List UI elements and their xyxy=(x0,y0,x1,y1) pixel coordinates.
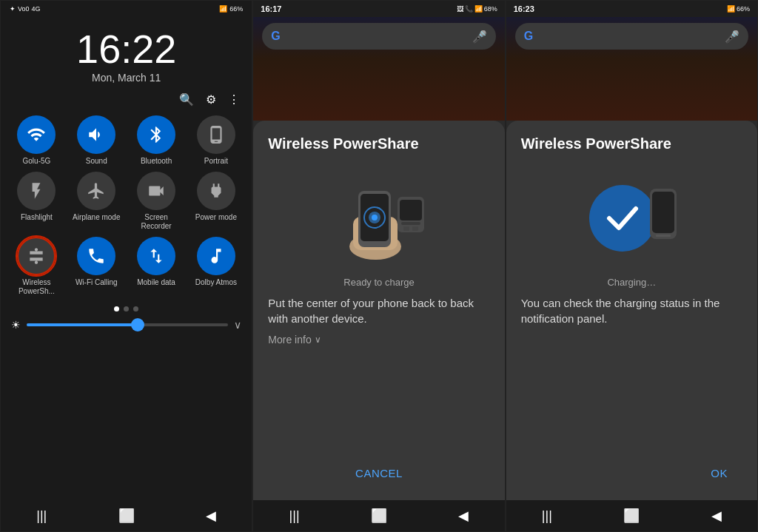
wireless-ps-tile-icon xyxy=(17,237,56,275)
screen-recorder-tile-icon xyxy=(137,172,175,210)
dialog3-nav-bar: ||| ⬜ ◀ xyxy=(506,500,757,531)
dialog3-battery: 66% xyxy=(737,5,750,13)
quick-settings-grid: Golu-5G Sound Bluetooth Portrait xyxy=(1,112,252,299)
power-mode-tile-icon xyxy=(197,172,235,210)
cancel-button[interactable]: Cancel xyxy=(341,461,417,485)
dialog3-status-label: Charging… xyxy=(521,277,742,288)
wireless-ps-charging-panel: 16:23 📶 66% G 🎤 Wireless PowerShare xyxy=(506,0,758,532)
qs-tile-power-mode[interactable]: Power mode xyxy=(189,172,243,231)
qs-tile-bluetooth[interactable]: Bluetooth xyxy=(130,115,184,166)
brightness-thumb xyxy=(131,318,144,331)
voice-search-icon-3[interactable]: 🎤 xyxy=(725,30,739,44)
svg-rect-10 xyxy=(403,226,409,231)
bluetooth-tile-icon xyxy=(137,115,175,154)
dialog2-wifi-icon: 📶 xyxy=(474,5,483,13)
charging-svg xyxy=(580,178,683,259)
battery-text: 66% xyxy=(229,5,243,13)
quick-settings-panel: ✦ Vo0 4G 📶 66% 16:22 Mon, March 11 🔍 ⚙ ⋮… xyxy=(0,0,252,532)
dialog2-battery: 68% xyxy=(484,5,497,13)
dot-1[interactable] xyxy=(114,306,119,312)
wireless-ps-ready-panel: 16:17 🖼 📞 📶 68% G 🎤 Wireless PowerShare xyxy=(252,0,505,532)
svg-rect-8 xyxy=(400,200,422,220)
qs-tile-flashlight[interactable]: Flashlight xyxy=(10,172,64,231)
more-options-icon[interactable]: ⋮ xyxy=(228,92,240,107)
background-app: G 🎤 xyxy=(253,17,504,121)
settings-icon[interactable]: ⚙ xyxy=(206,92,216,107)
dolby-tile-label: Dolby Atmos xyxy=(195,278,237,287)
svg-point-6 xyxy=(372,215,378,220)
recent-apps-button[interactable]: ||| xyxy=(36,508,47,524)
back-button[interactable]: ◀ xyxy=(206,508,216,524)
ok-button[interactable]: OK xyxy=(696,461,742,485)
power-mode-tile-label: Power mode xyxy=(195,213,237,222)
dialog3-status-icons: 📶 66% xyxy=(727,5,750,13)
dialog2-status-icons: 🖼 📞 📶 68% xyxy=(457,5,497,13)
brightness-expand-icon[interactable]: ∨ xyxy=(234,319,241,331)
dot-3[interactable] xyxy=(133,306,138,312)
dialog2-status-bar: 16:17 🖼 📞 📶 68% xyxy=(253,1,504,17)
google-search-bar[interactable]: G 🎤 xyxy=(262,23,495,50)
qs-tile-sound[interactable]: Sound xyxy=(70,115,124,166)
voice-search-icon[interactable]: 🎤 xyxy=(472,30,487,44)
qs-tile-wifi[interactable]: Golu-5G xyxy=(10,115,64,166)
qs-tile-wireless-ps[interactable]: Wireless PowerSh... xyxy=(10,237,64,296)
search-icon[interactable]: 🔍 xyxy=(179,92,194,107)
status-bar: ✦ Vo0 4G 📶 66% xyxy=(1,1,252,17)
qs-tile-airplane[interactable]: Airplane mode xyxy=(70,172,124,231)
qs-tile-dolby[interactable]: Dolby Atmos xyxy=(189,237,243,296)
sound-tile-icon xyxy=(77,115,115,154)
svg-rect-14 xyxy=(652,192,674,233)
dialog3-title: Wireless PowerShare xyxy=(521,135,742,152)
wifi-calling-tile-label: Wi-Fi Calling xyxy=(76,278,118,287)
dialog3-recent-button[interactable]: ||| xyxy=(542,508,552,524)
dialog3-home-button[interactable]: ⬜ xyxy=(623,508,640,524)
time-display: 16:22 xyxy=(1,29,252,69)
mobile-data-tile-label: Mobile data xyxy=(137,278,175,287)
wifi-tile-icon xyxy=(17,115,56,154)
sound-tile-label: Sound xyxy=(86,157,107,166)
google-search-bar-3[interactable]: G 🎤 xyxy=(515,23,748,50)
clock-display: 16:22 Mon, March 11 xyxy=(1,17,252,87)
background-app-3: G 🎤 xyxy=(506,17,757,121)
wireless-ps-dialog-card: Wireless PowerShare xyxy=(253,121,504,500)
dot-2[interactable] xyxy=(124,306,129,312)
brightness-row: ☀ ∨ xyxy=(1,316,252,334)
google-logo-3: G xyxy=(524,30,533,43)
bluetooth-status-icon: ✦ xyxy=(10,5,16,13)
dialog2-nav-bar: ||| ⬜ ◀ xyxy=(253,500,504,531)
dialog3-back-button[interactable]: ◀ xyxy=(711,508,722,524)
dolby-tile-icon xyxy=(197,237,235,275)
dialog2-time: 16:17 xyxy=(261,4,281,13)
qs-tile-mobile-data[interactable]: Mobile data xyxy=(130,237,184,296)
qs-tile-portrait[interactable]: Portrait xyxy=(189,115,243,166)
wireless-ps-charging-card: Wireless PowerShare Charging… You can ch… xyxy=(506,121,757,500)
airplane-tile-label: Airplane mode xyxy=(73,213,120,222)
dialog2-call-icon: 📞 xyxy=(465,5,473,13)
qs-tile-wifi-calling[interactable]: Wi-Fi Calling xyxy=(70,237,124,296)
qs-tile-screen-recorder[interactable]: Screen Recorder xyxy=(130,172,184,231)
dialog2-recent-button[interactable]: ||| xyxy=(289,508,300,524)
wifi-calling-tile-icon xyxy=(77,237,115,275)
page-dots xyxy=(1,306,252,312)
portrait-tile-label: Portrait xyxy=(204,157,228,166)
dialog2-back-button[interactable]: ◀ xyxy=(458,508,469,524)
dialog3-illustration xyxy=(521,170,742,266)
left-status-icons: ✦ Vo0 4G xyxy=(10,5,41,13)
flashlight-tile-icon xyxy=(17,172,56,210)
google-logo: G xyxy=(271,30,280,43)
wifi-tile-label: Golu-5G xyxy=(23,157,51,166)
brightness-icon: ☀ xyxy=(11,319,21,331)
dialog2-illustration xyxy=(268,170,489,266)
bluetooth-tile-label: Bluetooth xyxy=(141,157,172,166)
brightness-fill xyxy=(27,323,138,326)
brightness-slider[interactable] xyxy=(27,323,228,326)
more-info-chevron-icon: ∨ xyxy=(315,334,321,345)
dialog2-home-button[interactable]: ⬜ xyxy=(371,508,387,524)
dialog2-title: Wireless PowerShare xyxy=(268,135,489,152)
lte-icon: 4G xyxy=(32,5,41,13)
svg-rect-11 xyxy=(412,226,418,231)
svg-rect-15 xyxy=(656,235,671,237)
dialog2-photo-icon: 🖼 xyxy=(457,5,463,13)
home-button[interactable]: ⬜ xyxy=(118,508,135,524)
more-info-row[interactable]: More info ∨ xyxy=(268,334,489,346)
